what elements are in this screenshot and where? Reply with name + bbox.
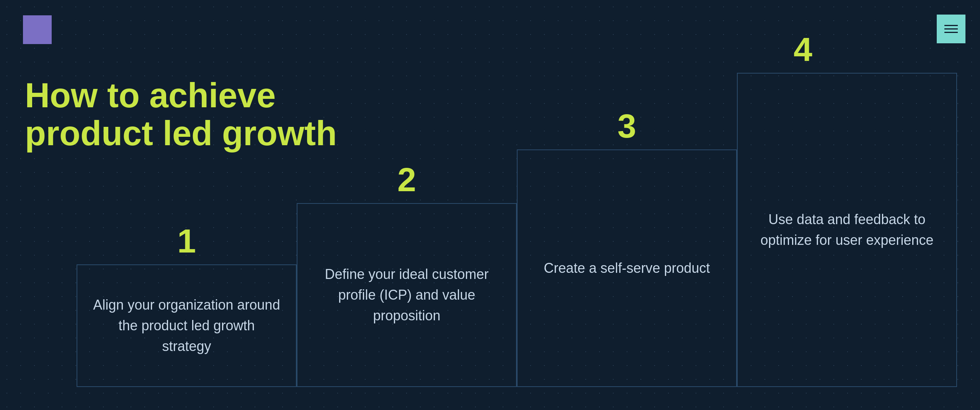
step-1-number: 1: [177, 221, 196, 261]
top-right-decoration: [937, 15, 965, 43]
top-left-decoration: [23, 15, 52, 44]
page-content: How to achieve product led growth 1 Alig…: [0, 0, 980, 410]
staircase-chart: 1 Align your organization around the pro…: [77, 73, 957, 387]
step-2-text: Define your ideal customer profile (ICP)…: [313, 264, 501, 326]
menu-icon: [944, 25, 958, 33]
step-4-text: Use data and feedback to optimize for us…: [753, 209, 941, 251]
step-4-number: 4: [794, 30, 812, 69]
step-2-box: Define your ideal customer profile (ICP)…: [297, 203, 517, 387]
step-4-box: Use data and feedback to optimize for us…: [737, 73, 957, 387]
step-3: 3 Create a self-serve product: [517, 149, 737, 387]
step-1: 1 Align your organization around the pro…: [77, 264, 297, 387]
step-2: 2 Define your ideal customer profile (IC…: [297, 203, 517, 387]
step-1-text: Align your organization around the produ…: [93, 295, 281, 357]
step-3-box: Create a self-serve product: [517, 149, 737, 387]
step-3-text: Create a self-serve product: [544, 258, 710, 279]
step-3-number: 3: [617, 107, 636, 146]
step-2-number: 2: [397, 160, 416, 199]
step-1-box: Align your organization around the produ…: [77, 264, 297, 387]
step-4: 4 Use data and feedback to optimize for …: [737, 73, 957, 387]
